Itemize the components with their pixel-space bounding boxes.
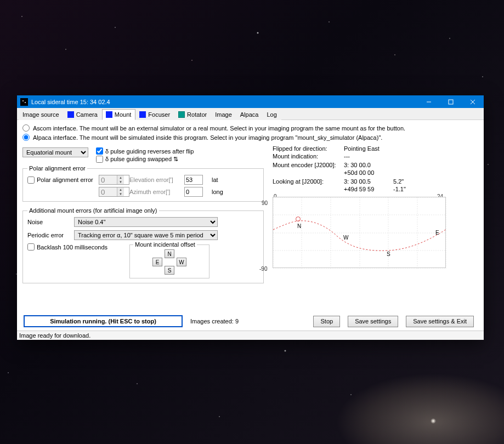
spin-azimuth[interactable]: ▲▼ [99, 187, 129, 197]
dpad-w-button[interactable]: W [177, 258, 186, 266]
tab-focuser[interactable]: Focuser [135, 109, 174, 120]
images-created-label: Images created: 9 [190, 318, 239, 325]
svg-rect-4 [449, 100, 453, 104]
chart-label-n: N [297, 223, 301, 229]
checkbox-pulse-swapped[interactable]: δ pulse guiding swapped ⇅ [96, 156, 194, 163]
checkbox-pulse-reverses[interactable]: δ pulse guiding reverses after flip [96, 147, 194, 155]
chart-label-w: W [343, 235, 348, 241]
label-azimuth: Azimuth error['] [129, 189, 184, 195]
square-icon [139, 111, 146, 118]
status-grid: Flipped for direction:Pointing East Moun… [273, 145, 478, 192]
title-bar[interactable]: Local sideral time 15: 34 02.4 [17, 95, 484, 108]
chart-marker-icon [296, 217, 301, 221]
svg-point-1 [22, 100, 24, 101]
mount-type-select[interactable]: Equatorial mount [22, 147, 88, 157]
spinner-arrows-icon[interactable]: ▲▼ [117, 175, 124, 184]
simulation-status-button[interactable]: Simulation running. (Hit ESC to stop) [24, 315, 183, 327]
tab-content-mount: Ascom interface. The mount will be an ex… [17, 120, 484, 331]
spin-elevation[interactable]: ▲▼ [99, 175, 129, 185]
radio-ascom-input[interactable] [22, 124, 30, 132]
tab-log[interactable]: Log [263, 109, 281, 120]
horizon-chart: N W S E [273, 197, 446, 268]
maximize-button[interactable] [440, 95, 462, 108]
chart-label-e: E [435, 230, 439, 236]
svg-rect-0 [21, 99, 27, 105]
tab-image[interactable]: Image [211, 109, 236, 120]
square-icon [178, 111, 185, 118]
tab-mount[interactable]: Mount [102, 109, 136, 120]
status-bar: Image ready for download. [17, 331, 484, 340]
group-incidental-offset: Mount incidental offset N E W S [129, 244, 209, 278]
app-window: Local sideral time 15: 34 02.4 Image sou… [17, 95, 484, 340]
legend-polar: Polar alignment error [27, 165, 87, 172]
input-lat[interactable] [184, 175, 203, 185]
square-icon [106, 111, 112, 118]
save-settings-exit-button[interactable]: Save settings & Exit [406, 316, 474, 327]
checkbox-polar-error[interactable]: Polar alignment error [27, 177, 99, 184]
minimize-button[interactable] [418, 95, 440, 108]
group-additional-errors: Additional mount errors (for artificial … [22, 207, 264, 283]
square-icon [67, 111, 74, 118]
bottom-bar: Simulation running. (Hit ESC to stop) Im… [22, 313, 478, 328]
radio-alpaca-input[interactable] [22, 134, 30, 141]
window-title: Local sideral time 15: 34 02.4 [31, 99, 418, 105]
tab-alpaca[interactable]: Alpaca [236, 109, 263, 120]
group-polar-alignment: Polar alignment error Polar alignment er… [22, 165, 264, 202]
radio-ascom[interactable]: Ascom interface. The mount will be an ex… [22, 124, 478, 132]
save-settings-button[interactable]: Save settings [348, 316, 398, 327]
legend-offset: Mount incidental offset [133, 241, 197, 248]
label-elevation: Elevation error['] [129, 177, 184, 183]
window-buttons [418, 95, 484, 108]
close-button[interactable] [462, 95, 484, 108]
dpad-s-button[interactable]: S [165, 266, 174, 275]
svg-point-2 [25, 102, 26, 103]
stop-button[interactable]: Stop [313, 316, 340, 327]
legend-errors: Additional mount errors (for artificial … [27, 207, 159, 214]
label-noise: Noise [27, 219, 74, 225]
app-icon [20, 98, 28, 106]
spinner-arrows-icon[interactable]: ▲▼ [117, 187, 124, 196]
dpad-n-button[interactable]: N [165, 249, 174, 258]
chart-label-s: S [387, 251, 390, 257]
label-periodic: Periodic error [27, 232, 74, 238]
checkbox-backlash[interactable]: Backlash 100 milliseconds [27, 243, 107, 251]
tab-camera[interactable]: Camera [64, 109, 102, 120]
chart-ytick-90: 90 [262, 200, 268, 206]
label-lat: lat [212, 177, 228, 183]
tab-bar: Image source Camera Mount Focuser Rotato… [17, 108, 484, 120]
tab-image-source[interactable]: Image source [19, 109, 64, 120]
input-long[interactable] [184, 187, 203, 197]
select-noise[interactable]: Noise 0.4" [74, 217, 218, 227]
dpad-e-button[interactable]: E [152, 258, 162, 266]
chart-ytick-n90: -90 [259, 266, 267, 272]
status-panel: Flipped for direction:Pointing East Moun… [273, 145, 478, 287]
tab-rotator[interactable]: Rotator [174, 109, 211, 120]
select-periodic[interactable]: Tracking error α, 10" square wave 5 min … [74, 230, 218, 240]
label-long: long [212, 189, 228, 195]
radio-alpaca[interactable]: Alpaca interface. The mount will be simu… [22, 134, 478, 141]
